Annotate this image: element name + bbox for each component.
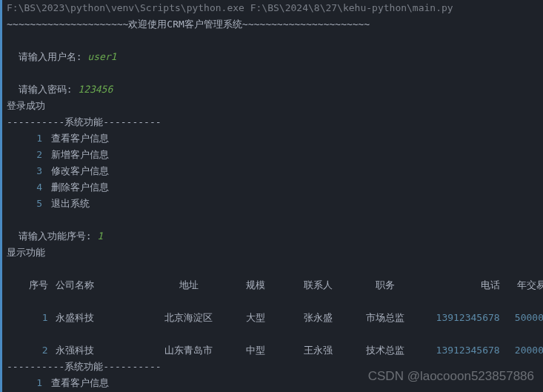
menu-item-1: 1查看客户信息	[7, 375, 539, 391]
table-row: 2永强科技山东青岛市中型王永强技术总监139123456782000000	[7, 326, 539, 359]
cell-company: 永强科技	[48, 342, 152, 359]
header-contact: 联系人	[285, 277, 352, 293]
cell-company: 永盛科技	[48, 310, 152, 326]
username-prompt-line: 请输入用户名: user1	[7, 33, 539, 65]
menu-divider: ----------系统功能----------	[7, 359, 539, 375]
table-header: 序号公司名称地址规模联系人职务电话年交易量	[7, 261, 539, 293]
password-prompt-line: 请输入密码: 123456	[7, 65, 539, 98]
menu-num: 1	[7, 130, 42, 147]
menu-label: 修改客户信息	[51, 165, 109, 176]
header-scale: 规模	[226, 277, 285, 293]
menu-num: 3	[7, 163, 42, 179]
header-seq: 序号	[19, 277, 48, 293]
menu-item-4: 4删除客户信息	[7, 179, 539, 196]
cell-amount: 2000000	[500, 342, 543, 359]
display-title: 显示功能	[7, 245, 539, 261]
table-row: 1永盛科技北京海淀区大型张永盛市场总监139123456785000000	[7, 293, 539, 326]
header-phone: 电话	[419, 277, 500, 293]
command-path: F:\BS\2023\python\venv\Scripts\python.ex…	[7, 0, 539, 16]
header-job: 职务	[352, 277, 419, 293]
cell-addr: 北京海淀区	[152, 310, 226, 326]
menu-num: 2	[7, 147, 42, 163]
cell-job: 市场总监	[352, 310, 419, 326]
menu-num: 1	[7, 375, 42, 391]
welcome-banner: ~~~~~~~~~~~~~~~~~~~~~欢迎使用CRM客户管理系统~~~~~~…	[7, 16, 539, 33]
cell-seq: 2	[19, 342, 48, 359]
username-input: user1	[87, 51, 116, 62]
cell-seq: 1	[19, 310, 48, 326]
login-success: 登录成功	[7, 98, 539, 114]
header-addr: 地址	[152, 277, 226, 293]
menu-label: 新增客户信息	[51, 149, 109, 160]
cell-contact: 王永强	[285, 342, 352, 359]
menu-item-2: 2新增客户信息	[7, 147, 539, 163]
menu-num: 4	[7, 179, 42, 196]
cell-amount: 5000000	[500, 310, 543, 326]
menu-label: 查看客户信息	[51, 133, 109, 144]
func-prompt: 请输入功能序号:	[19, 230, 92, 242]
cell-scale: 中型	[226, 342, 285, 359]
username-prompt: 请输入用户名:	[19, 51, 82, 62]
func-prompt-line-1: 请输入功能序号: 1	[7, 212, 539, 245]
cell-contact: 张永盛	[285, 310, 352, 326]
cell-phone: 13912345678	[419, 310, 500, 326]
cell-scale: 大型	[226, 310, 285, 326]
password-prompt: 请输入密码:	[19, 84, 73, 95]
cell-phone: 13912345678	[419, 342, 500, 359]
menu-item-3: 3修改客户信息	[7, 163, 539, 179]
menu-label: 查看客户信息	[51, 377, 109, 388]
cell-job: 技术总监	[352, 342, 419, 359]
header-company: 公司名称	[48, 277, 152, 293]
func-input-1: 1	[97, 230, 103, 242]
menu-divider: ----------系统功能----------	[7, 114, 539, 130]
menu-item-5: 5退出系统	[7, 196, 539, 212]
menu-label: 删除客户信息	[51, 182, 109, 193]
menu-item-1: 1查看客户信息	[7, 130, 539, 147]
password-input: 123456	[78, 84, 113, 95]
menu-num: 5	[7, 196, 42, 212]
header-amount: 年交易量	[500, 277, 543, 293]
cell-addr: 山东青岛市	[152, 342, 226, 359]
menu-label: 退出系统	[51, 198, 90, 209]
